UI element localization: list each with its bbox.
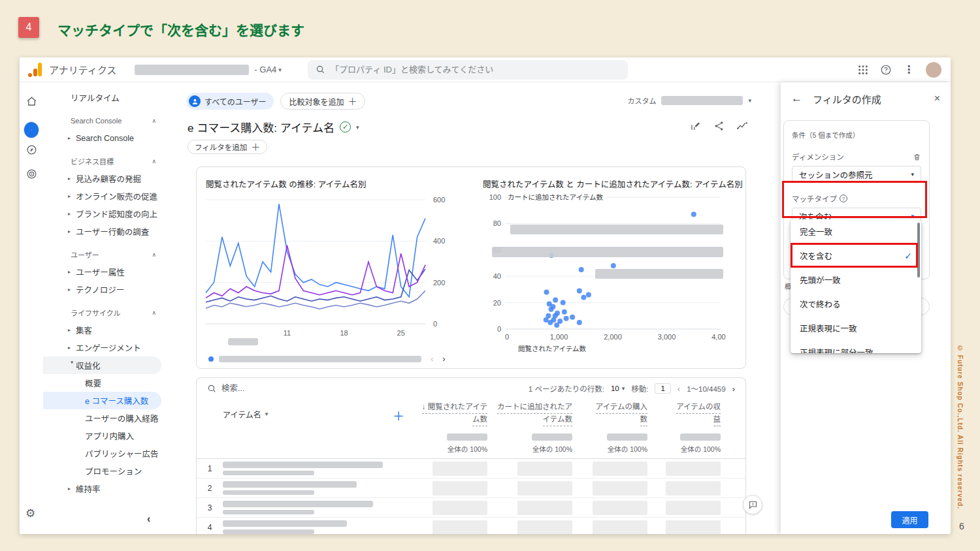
nav-item[interactable]: ▸ パブリッシャー広告 ∧: [43, 445, 167, 462]
totals-cell: 全体の 100%: [680, 433, 721, 454]
more-options-icon[interactable]: ⋮: [904, 65, 914, 75]
reports-icon[interactable]: [24, 121, 39, 138]
apply-button[interactable]: 適用: [891, 511, 928, 528]
filter-panel-title: フィルタの作成: [813, 92, 881, 106]
match-type-option[interactable]: 正規表現に部分一致 ✓: [791, 340, 921, 353]
nav-item[interactable]: ▸ 収益化 ∧: [43, 356, 161, 374]
date-range-selector[interactable]: カスタム ▾: [627, 95, 751, 106]
table-pagination: 1 ページあたりの行数: 10 ▾ 移動: 1 ‹ 1〜10/4459 ›: [529, 383, 735, 394]
account-name-redacted[interactable]: [135, 65, 249, 75]
check-icon: ✓: [904, 251, 912, 261]
nav-item[interactable]: ▸ オンライン販売の促進 ∧: [43, 187, 167, 205]
nav-item[interactable]: ▸ 集客 ∧: [43, 321, 167, 339]
redacted-overlay: [492, 247, 723, 257]
nav-item[interactable]: ▸ テクノロジー ∧: [43, 281, 167, 298]
data-quality-check-icon[interactable]: ✓: [340, 121, 351, 133]
feedback-button[interactable]: [743, 495, 762, 514]
dropdown-scrollbar[interactable]: [917, 223, 920, 277]
advertising-icon[interactable]: [24, 166, 39, 181]
audience-chip[interactable]: すべてのユーザー: [186, 93, 274, 110]
filter-panel-header: ← フィルタの作成 ×: [781, 82, 951, 115]
metric-column-header[interactable]: アイテムの収 益: [676, 401, 721, 426]
topbar-actions: ⋮: [858, 62, 941, 78]
avatar[interactable]: [926, 62, 941, 78]
table-search-input[interactable]: [221, 384, 326, 393]
nav-item-label: 集客: [76, 324, 92, 336]
nav-item[interactable]: ▸ ユーザー行動の調査 ∧: [43, 223, 167, 240]
nav-item-label: ユーザー行動の調査: [76, 225, 149, 238]
nav-item[interactable]: ▸ ビジネス目標 ∧: [43, 152, 167, 170]
nav-item-label: アプリ内購入: [85, 430, 134, 442]
nav-item[interactable]: ▸ ユーザーの購入経路 ∧: [43, 409, 167, 427]
nav-item-label: エンゲージメント: [76, 341, 141, 354]
dimension-select[interactable]: セッションの参照元 ▾: [792, 166, 921, 183]
match-type-option[interactable]: 完全一致 ✓: [791, 219, 921, 244]
help-icon[interactable]: [880, 64, 892, 76]
nav-item[interactable]: ▸ ブランド認知度の向上 ∧: [43, 205, 167, 223]
metric-column-header[interactable]: ↓ 閲覧されたアイテ ム数: [422, 401, 487, 426]
match-type-option-label: 次を含む: [800, 249, 832, 262]
svg-text:600: 600: [433, 196, 445, 204]
cell-value-redacted: [517, 462, 572, 476]
help-icon[interactable]: ?: [840, 195, 847, 202]
rows-per-page-select[interactable]: 10 ▾: [611, 385, 625, 392]
dimension-column-header[interactable]: アイテム名 ▾: [223, 409, 389, 420]
legend-prev-icon[interactable]: ‹: [431, 354, 433, 364]
next-page-icon[interactable]: ›: [732, 384, 735, 394]
close-icon[interactable]: ×: [934, 93, 940, 104]
search-input[interactable]: [331, 65, 620, 74]
collapse-icon: ∧: [152, 251, 156, 258]
nav-item-label: ビジネス目標: [71, 156, 114, 166]
share-icon[interactable]: [713, 120, 725, 132]
match-type-option[interactable]: 次を含む ✓: [791, 244, 921, 268]
match-type-option[interactable]: 先頭が一致 ✓: [791, 268, 921, 292]
settings-gear-icon[interactable]: ⚙: [25, 507, 35, 520]
insights-icon[interactable]: [736, 120, 748, 132]
line-chart-title: 閲覧されたアイテム数 の推移: アイテム名別: [206, 178, 366, 190]
nav-item[interactable]: ▸ 見込み顧客の発掘 ∧: [43, 170, 167, 187]
nav-item[interactable]: ▸ エンゲージメント ∧: [43, 339, 167, 356]
nav-item[interactable]: ▸ 維持率 ∧: [43, 480, 167, 497]
prev-page-icon[interactable]: ‹: [678, 384, 680, 394]
totals-cell: 全体の 100%: [532, 433, 572, 454]
table-row[interactable]: 2: [197, 479, 745, 498]
svg-text:40: 40: [493, 272, 501, 280]
property-selector[interactable]: - GA4 ▾: [254, 65, 282, 74]
add-metric-button[interactable]: ＋: [393, 407, 404, 424]
legend-next-icon[interactable]: ›: [442, 354, 445, 364]
explore-icon[interactable]: [24, 142, 39, 157]
nav-item[interactable]: ▸ ライフサイクル ∧: [43, 304, 167, 321]
trash-icon[interactable]: [913, 153, 921, 161]
table-search[interactable]: [207, 384, 351, 393]
nav-item[interactable]: ▸ ユーザー属性 ∧: [43, 263, 167, 281]
match-type-option[interactable]: 次で終わる ✓: [791, 292, 921, 316]
cell-value-redacted: [433, 481, 487, 496]
table-row[interactable]: 1: [197, 459, 745, 479]
svg-text:11: 11: [284, 329, 291, 337]
nav-item[interactable]: ▸ ユーザー ∧: [43, 245, 167, 263]
apps-grid-icon[interactable]: [858, 65, 868, 75]
home-icon[interactable]: [24, 93, 39, 109]
nav-item[interactable]: ▸ Search Console ∧: [43, 129, 167, 147]
nav-item[interactable]: ▸ Search Console ∧: [43, 112, 167, 129]
nav-item[interactable]: ▸ アプリ内購入 ∧: [43, 427, 167, 445]
report-table-card: 1 ページあたりの行数: 10 ▾ 移動: 1 ‹ 1〜10/4459 › アイ…: [196, 377, 746, 534]
back-arrow-icon[interactable]: ←: [791, 92, 802, 105]
nav-item[interactable]: ▸ リアルタイム ∧: [43, 89, 167, 106]
expand-arrow-icon: ▸: [68, 135, 76, 141]
svg-text:2,000: 2,000: [604, 333, 622, 341]
total-value-redacted: [680, 433, 721, 441]
dimension-select-value: セッションの参照元: [799, 168, 873, 181]
metric-column-header[interactable]: アイテムの購入 数: [596, 401, 647, 426]
search-bar[interactable]: [308, 60, 628, 80]
match-type-option[interactable]: 正規表現に一致 ✓: [791, 316, 921, 340]
add-filter-chip[interactable]: フィルタを追加 ＋: [188, 140, 267, 154]
customize-report-icon[interactable]: [690, 120, 702, 132]
nav-item[interactable]: ▸ 概要 ∧: [43, 374, 167, 392]
add-comparison-chip[interactable]: 比較対象を追加 ＋: [280, 93, 365, 110]
goto-page-input[interactable]: 1: [655, 383, 670, 394]
page-number: 6: [959, 521, 964, 531]
nav-item[interactable]: ▸ プロモーション ∧: [43, 462, 167, 480]
nav-item[interactable]: ▸ e コマース購入数 ∧: [43, 392, 161, 409]
metric-column-header[interactable]: カートに追加されたア イテム数: [497, 401, 572, 426]
